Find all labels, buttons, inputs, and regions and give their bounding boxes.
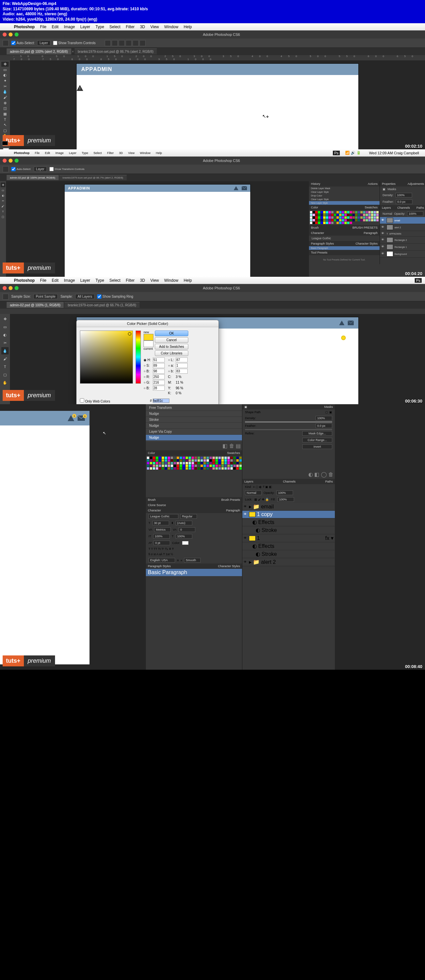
brush-tool[interactable]: 🖌 [1,355,9,363]
swatch-cell[interactable] [230,465,233,467]
swatch-cell[interactable] [326,211,328,213]
history-item[interactable]: Free Transform [146,405,242,411]
menu-view[interactable]: View [126,151,137,155]
a-input[interactable] [176,363,188,368]
swatch-cell[interactable] [347,214,349,216]
swatch-cell[interactable] [186,459,188,461]
swatch-cell[interactable] [230,462,233,464]
move-tool-icon[interactable] [3,166,9,172]
swatch-cell[interactable] [216,457,218,459]
marquee-tool[interactable]: ▭ [1,67,9,72]
color-field[interactable] [80,331,133,383]
swatch-cell[interactable] [352,211,355,213]
swatch-cell[interactable] [318,216,320,219]
swatch-cell[interactable] [328,216,331,219]
r-input[interactable] [153,374,165,379]
color-libraries-button[interactable]: Color Libraries [155,350,188,356]
layers-tab[interactable]: Layers [244,480,253,483]
swatch-cell[interactable] [224,459,227,461]
hue-slider[interactable] [136,331,141,383]
swatch-cell[interactable] [342,216,344,219]
bb-input[interactable] [153,386,165,391]
swatch-cell[interactable] [342,214,344,216]
swatch-cell[interactable] [206,467,209,469]
menu-layer[interactable]: Layer [78,25,93,29]
swatch-cell[interactable] [159,465,161,467]
hand-tool[interactable]: ✋ [1,379,9,386]
swatch-cell[interactable] [371,219,373,221]
swatch-cell[interactable] [350,219,352,221]
swatch-cell[interactable] [320,214,323,216]
swatch-cell[interactable] [216,467,218,469]
menu-3d[interactable]: 3D [137,25,147,29]
history-item[interactable]: Layer Via Copy [146,429,242,435]
swatch-cell[interactable] [165,462,167,464]
layer-effects[interactable]: ◐ Effects [242,542,335,550]
swatch-cell[interactable] [236,462,239,464]
swatch-cell[interactable] [150,457,152,459]
swatch-cell[interactable] [192,462,194,464]
swatch-cell[interactable] [198,467,200,469]
swatch-cell[interactable] [312,219,315,221]
swatch-cell[interactable] [339,222,341,224]
only-web-checkbox[interactable]: Only Web Colors [80,398,110,403]
swatch-cell[interactable] [156,465,158,467]
swatch-cell[interactable] [326,222,328,224]
character-tab[interactable]: Character [148,509,161,512]
swatch-cell[interactable] [328,211,331,213]
mask-edge-button[interactable]: Mask Edge... [302,431,332,436]
menu-edit[interactable]: Edit [49,25,61,29]
swatch-cell[interactable] [195,457,197,459]
menu-image[interactable]: Image [61,25,78,29]
swatch-cell[interactable] [315,219,317,221]
swatch-cell[interactable] [230,467,233,469]
type-tool[interactable]: T [1,363,9,371]
show-transform-checkbox[interactable] [53,41,57,45]
swatch-cell[interactable] [328,222,331,224]
swatch-cell[interactable] [347,216,349,219]
layer-row[interactable]: 👁Rectangle 1 [380,243,425,251]
lasso-tool[interactable]: ◐ [1,73,9,78]
history-item[interactable]: Nudge [146,411,242,417]
swatch-cell[interactable] [203,465,206,467]
swatch-cell[interactable] [186,465,188,467]
swatch-cell[interactable] [212,459,215,461]
s-input[interactable] [153,363,165,368]
swatch-cell[interactable] [206,465,209,467]
swatch-cell[interactable] [239,459,242,461]
history-item[interactable]: Drop Color [309,194,380,197]
swatch-cell[interactable] [236,465,239,467]
swatch-cell[interactable] [224,457,227,459]
swatch-cell[interactable] [227,467,230,469]
stamp-tool[interactable]: ⊕ [1,100,9,105]
swatch-cell[interactable] [186,457,188,459]
swatch-cell[interactable] [153,465,155,467]
swatch-cell[interactable] [236,457,239,459]
swatch-cell[interactable] [371,214,373,216]
swatch-cell[interactable] [183,457,185,459]
swatch-cell[interactable] [162,462,164,464]
swatch-cell[interactable] [336,219,339,221]
swatch-cell[interactable] [195,465,197,467]
menu-select[interactable]: Select [91,151,105,155]
swatch-cell[interactable] [347,211,349,213]
swatch-cell[interactable] [222,465,224,467]
menu-3d[interactable]: 3D [116,151,126,155]
g-input[interactable] [153,380,165,385]
swatch-cell[interactable] [326,219,328,221]
menu-window[interactable]: Window [137,151,153,155]
menu-edit[interactable]: Edit [49,278,61,283]
swatch-cell[interactable] [174,462,176,464]
swatch-cell[interactable] [147,457,149,459]
swatch-cell[interactable] [376,216,379,219]
swatch-cell[interactable] [360,214,363,216]
menu-file[interactable]: File [38,25,49,29]
swatch-cell[interactable] [183,462,185,464]
swatch-cell[interactable] [342,219,344,221]
swatch-cell[interactable] [366,219,368,221]
align-icon[interactable] [112,40,118,46]
minimize-window-button[interactable] [9,159,13,162]
menu-view[interactable]: View [147,278,162,283]
history-item[interactable]: New Layer Style [309,201,380,205]
paths-tab[interactable]: Paths [325,480,333,483]
